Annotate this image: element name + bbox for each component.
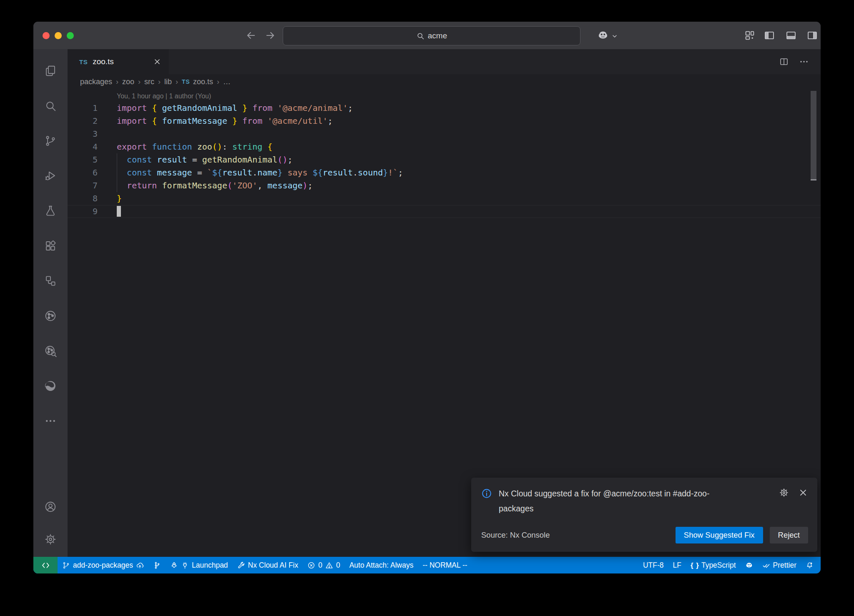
status-auto-attach[interactable]: Auto Attach: Always [345,557,418,573]
wrench-icon [237,561,245,569]
status-copilot[interactable] [741,557,758,573]
close-notification-icon[interactable] [798,488,808,498]
breadcrumb-item[interactable]: zoo [122,78,134,86]
traffic-lights [43,22,74,49]
status-remote[interactable] [33,557,58,573]
copilot-icon [745,561,753,569]
status-launchpad[interactable]: Launchpad [166,557,233,573]
nx-graph-icon [44,310,57,322]
chevron-separator: › [138,78,141,86]
screen: { "colors": { "status_bar": "#0078d4", "… [0,0,854,616]
code-line[interactable]: 8} [68,192,821,205]
tab-label: zoo.ts [93,57,114,66]
typescript-file-icon: TS [79,58,88,65]
code-line[interactable]: 4export function zoo(): string { [68,140,821,153]
notification-source: Source: Nx Console [481,531,550,540]
activity-item-extensions[interactable] [44,239,57,253]
toggle-panel-icon[interactable] [785,30,797,41]
chevron-down-icon [611,33,618,40]
breadcrumb-item[interactable]: src [144,78,154,86]
activity-bar [33,49,68,557]
activity-item-source-control[interactable] [44,134,57,148]
files-icon [44,65,57,77]
line-number: 4 [68,140,98,153]
status-problems[interactable]: 00 [303,557,344,573]
breadcrumb-item[interactable]: packages [80,78,112,86]
line-number: 2 [68,115,98,128]
activity-item-search[interactable] [44,99,57,113]
search-icon [44,100,57,112]
blame-annotation: You, 1 hour ago | 1 author (You) [68,91,821,102]
status-bar: add-zoo-packagesLaunchpadNx Cloud AI Fix… [33,557,821,573]
activity-item-nx-graph[interactable] [44,309,57,323]
activity-item-nx-cloud[interactable] [44,344,57,358]
activity-item-references[interactable] [44,274,57,288]
notification-message: Nx Cloud suggested a fix for @acme/zoo:t… [499,486,744,516]
line-number: 5 [68,153,98,166]
breadcrumbs: packages›zoo›src›lib›TSzoo.ts›… [68,74,821,89]
scrollbar-cursor-marker [811,179,816,180]
chevron-separator: › [158,78,161,86]
cloud-upload-icon [136,561,144,569]
activity-item-run-debug[interactable] [44,169,57,183]
activity-item-edge[interactable] [44,379,57,393]
breadcrumb-file[interactable]: TSzoo.ts [182,78,213,86]
more-icon [44,415,57,427]
chevron-separator: › [116,78,118,86]
tab-bar: TS zoo.ts [68,49,821,74]
code-line[interactable]: 1import { getRandomAnimal } from '@acme/… [68,102,821,115]
maximize-window-button[interactable] [67,32,74,39]
command-center-search[interactable]: acme [283,26,580,45]
notification-settings-gear-icon[interactable] [779,488,789,498]
status-nx-cloud-ai-fix[interactable]: Nx Cloud AI Fix [233,557,303,573]
code-line[interactable]: 5 const result = getRandomAnimal(); [68,153,821,166]
activity-item-testing[interactable] [44,204,57,218]
status-notifications[interactable] [801,557,818,573]
reject-button[interactable]: Reject [770,527,808,543]
forward-arrow-icon[interactable] [264,30,276,41]
code-line[interactable]: 6 const message = `${result.name} says $… [68,166,821,179]
scrollbar-thumb[interactable] [811,91,816,179]
status-prettier[interactable]: Prettier [758,557,801,573]
bell-dot-icon [806,561,814,569]
status-bar-right: UTF-8LF{ }TypeScriptPrettier [638,557,821,573]
warning-icon [325,561,333,569]
split-editor-icon[interactable] [779,57,789,67]
minimize-window-button[interactable] [55,32,62,39]
code-line[interactable]: 3 [68,128,821,140]
close-window-button[interactable] [43,32,50,39]
customize-layout-icon[interactable] [744,30,756,41]
status-commit-graph[interactable] [148,557,166,573]
copilot-menu-icon[interactable] [597,30,609,41]
activity-item-account[interactable] [44,500,57,513]
line-number: 3 [68,128,98,140]
status-git-branch[interactable]: add-zoo-packages [58,557,148,573]
status-vim-mode[interactable]: -- NORMAL -- [418,557,472,573]
toggle-primary-sidebar-icon[interactable] [764,30,775,41]
breadcrumb-symbol-more[interactable]: … [223,78,231,86]
show-suggested-fix-button[interactable]: Show Suggested Fix [676,527,763,543]
line-number: 1 [68,102,98,115]
code-line[interactable]: 2import { formatMessage } from '@acme/ut… [68,115,821,128]
commit-graph-icon [153,561,161,569]
activity-item-settings-gear[interactable] [44,533,57,546]
code-line[interactable]: 9 [68,205,821,218]
line-number: 9 [68,205,98,218]
back-arrow-icon[interactable] [245,30,257,41]
check-double-icon [762,561,770,569]
status-language[interactable]: { }TypeScript [686,557,741,573]
more-actions-icon[interactable] [799,57,809,67]
code-line[interactable]: 7 return formatMessage('ZOO', message); [68,179,821,192]
chevron-separator: › [217,78,219,86]
activity-item-files[interactable] [44,64,57,78]
title-bar: acme [33,22,821,49]
code-lines: 1import { getRandomAnimal } from '@acme/… [68,102,821,218]
status-eol[interactable]: LF [668,557,686,573]
status-encoding[interactable]: UTF-8 [638,557,668,573]
close-tab-icon[interactable] [153,58,161,66]
tab-zoo-ts[interactable]: TS zoo.ts [68,49,169,74]
toggle-secondary-sidebar-icon[interactable] [806,30,818,41]
nx-cloud-icon [44,345,57,357]
breadcrumb-item[interactable]: lib [164,78,172,86]
activity-item-more[interactable] [44,414,57,428]
